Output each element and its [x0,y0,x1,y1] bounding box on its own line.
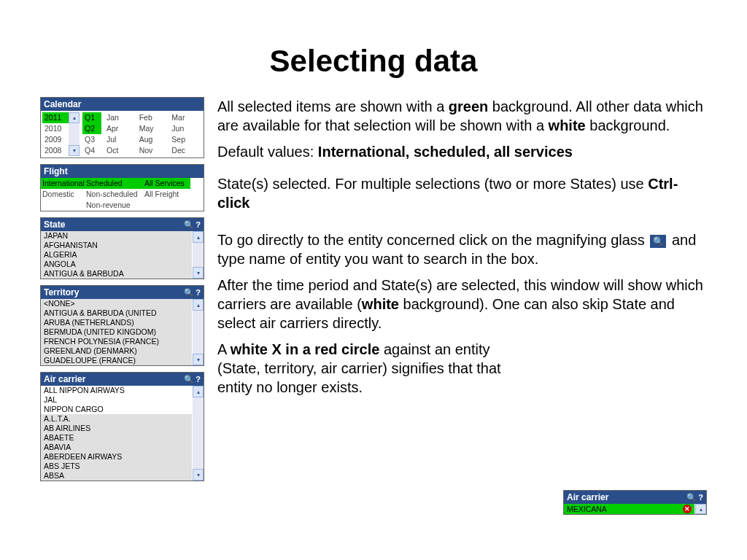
flight-panel: Flight International Scheduled All Servi… [40,164,204,211]
flight-cell[interactable]: Scheduled [85,178,143,189]
mini-aircarrier-list: MEXICANA ✕ ▴ [564,504,706,514]
list-item[interactable]: GUADELOUPE (FRANCE) [41,356,192,365]
month-cell[interactable]: Feb [137,112,170,123]
help-icon[interactable]: ? [196,220,201,230]
list-item[interactable]: JAL [41,395,192,405]
year-scroll-up[interactable]: ▴ [69,112,80,123]
year-scroll-down[interactable]: ▾ [69,145,80,156]
flight-cell[interactable]: Domestic [41,189,85,200]
list-item[interactable]: JAPAN [41,231,192,241]
scroll-up[interactable]: ▴ [695,504,706,514]
month-cell[interactable]: Dec [169,145,202,156]
list-item[interactable]: A.L.T.A. [41,414,192,424]
month-cell[interactable]: Nov [137,145,170,156]
flight-cell[interactable]: International [41,178,85,189]
list-item[interactable]: ABAETE [41,433,192,443]
aircarrier-title: Air carrier [44,374,85,384]
search-icon[interactable]: 🔍 [184,288,194,298]
scroll-down[interactable]: ▾ [193,267,204,279]
month-cell[interactable]: Aug [137,134,170,145]
page-title: Selecting data [0,44,747,79]
list-item[interactable]: ARUBA (NETHERLANDS) [41,318,192,327]
quarter-cell[interactable]: Q4 [82,145,101,156]
search-icon[interactable]: 🔍 [184,375,194,384]
panels-column: Calendar 2011 2010 2009 2008 ▴ ▾ [40,97,204,487]
state-list: JAPAN AFGHANISTAN ALGERIA ANGOLA ANTIGUA… [41,231,204,279]
list-item[interactable]: FRENCH POLYNESIA (FRANCE) [41,337,192,346]
list-item[interactable]: AB AIRLINES [41,424,192,433]
quarter-cell[interactable]: Q3 [82,134,101,145]
text-column: All selected items are shown with a gree… [217,97,707,487]
year-cell[interactable]: 2009 [42,134,69,145]
help-icon[interactable]: ? [698,493,703,502]
list-item[interactable]: ABERDEEN AIRWAYS [41,452,192,462]
magnifying-glass-icon[interactable]: 🔍 [650,235,666,248]
paragraph-defaults: Default values: International, scheduled… [217,142,707,161]
scroll-up[interactable]: ▴ [193,231,204,243]
list-item[interactable]: ALL NIPPON AIRWAYS [41,386,192,395]
list-item[interactable]: ANTIGUA & BARBUDA (UNITED [41,308,192,318]
aircarrier-list: ALL NIPPON AIRWAYS JAL NIPPON CARGO A.L.… [41,386,204,481]
help-icon[interactable]: ? [196,288,201,298]
scroll-up[interactable]: ▴ [193,386,204,397]
list-item[interactable]: ABS JETS [41,462,192,471]
scroll-up[interactable]: ▴ [193,299,204,311]
month-cell[interactable]: Sep [169,134,202,145]
paragraph-magnify: To go directly to the entity concerned c… [217,230,707,268]
state-title: State [44,219,65,230]
list-item[interactable]: <NONE> [41,299,192,308]
month-cell[interactable]: Apr [104,123,137,134]
year-cell[interactable]: 2011 [42,112,69,123]
month-cell[interactable]: May [137,123,170,134]
paragraph-green-white: All selected items are shown with a gree… [217,97,707,135]
month-cell[interactable]: Oct [104,145,137,156]
territory-title: Territory [44,287,79,298]
scroll-down[interactable]: ▾ [193,469,204,481]
state-panel: State 🔍 ? JAPAN AFGHANISTAN ALGERIA ANGO… [40,217,204,279]
quarter-cell[interactable]: Q1 [82,112,101,123]
territory-list: <NONE> ANTIGUA & BARBUDA (UNITED ARUBA (… [41,299,204,365]
scroll-down[interactable]: ▾ [193,354,204,365]
month-cell[interactable]: Jun [169,123,202,134]
list-item[interactable]: ANTIGUA & BARBUDA [41,269,192,279]
month-cell[interactable]: Jul [104,134,137,145]
list-item[interactable]: AFGHANISTAN [41,241,192,250]
calendar-title: Calendar [44,99,81,109]
paragraph-state: State(s) selected. For multiple selectio… [217,174,707,212]
aircarrier-example-panel: Air carrier 🔍 ? MEXICANA ✕ ▴ [563,490,707,515]
year-cell[interactable]: 2010 [42,123,69,134]
flight-cell[interactable]: All Freight [143,189,190,200]
territory-panel: Territory 🔍 ? <NONE> ANTIGUA & BARBUDA (… [40,285,204,366]
list-item[interactable]: GREENLAND (DENMARK) [41,346,192,356]
list-item[interactable]: NIPPON CARGO [41,405,192,414]
list-item[interactable]: BERMUDA (UNITED KINGDOM) [41,327,192,337]
month-cell[interactable]: Jan [104,112,137,123]
deleted-icon: ✕ [683,505,692,513]
year-cell[interactable]: 2008 [42,145,69,156]
mini-aircarrier-title: Air carrier [567,492,608,502]
list-item[interactable]: ABSA [41,471,192,481]
flight-cell[interactable]: All Services [143,178,190,189]
search-icon[interactable]: 🔍 [184,220,194,230]
aircarrier-panel: Air carrier 🔍 ? ALL NIPPON AIRWAYS JAL N… [40,372,204,481]
flight-title: Flight [44,166,68,176]
calendar-body: 2011 2010 2009 2008 ▴ ▾ Q1 Q2 Q3 Q4 [41,111,204,158]
list-item[interactable]: MEXICANA ✕ [564,504,694,514]
calendar-header: Calendar [41,98,204,111]
help-icon[interactable]: ? [196,375,201,384]
content-area: Calendar 2011 2010 2009 2008 ▴ ▾ [0,97,747,487]
search-icon[interactable]: 🔍 [686,493,697,502]
flight-cell[interactable] [143,200,190,211]
flight-cell[interactable] [41,200,85,211]
list-item[interactable]: ALGERIA [41,250,192,260]
list-item[interactable]: ANGOLA [41,260,192,269]
paragraph-carriers: After the time period and State(s) are s… [217,276,707,332]
month-cell[interactable]: Mar [169,112,202,123]
calendar-panel: Calendar 2011 2010 2009 2008 ▴ ▾ [40,97,204,158]
flight-cell[interactable]: Non-scheduled [85,189,143,200]
list-item[interactable]: ABAVIA [41,443,192,452]
flight-cell[interactable]: Non-revenue [85,200,143,211]
paragraph-redx: A white X in a red circle against an ent… [217,340,524,397]
quarter-cell[interactable]: Q2 [82,123,101,134]
